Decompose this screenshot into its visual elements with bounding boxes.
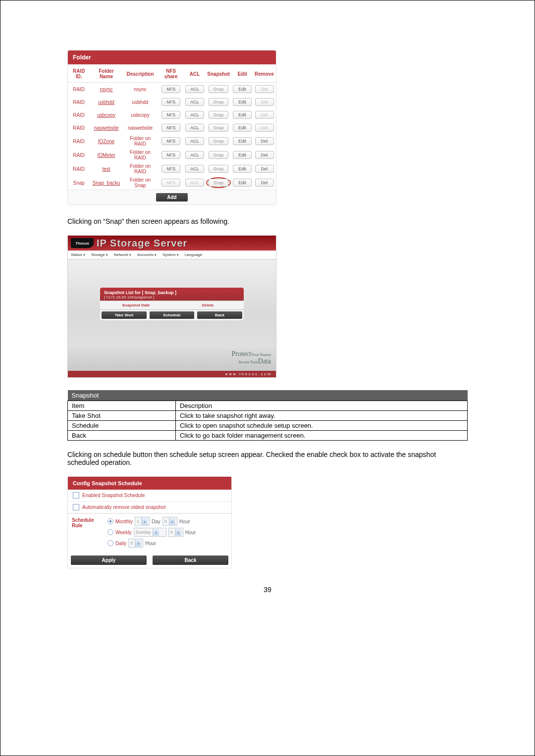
folder-name-link[interactable]: test <box>102 166 110 172</box>
folder-name-link[interactable]: naswebsite <box>94 125 119 131</box>
acl-button[interactable]: ACL <box>185 151 204 159</box>
del-button[interactable]: Del <box>255 179 274 187</box>
label-hour-weekly: Hour <box>185 530 196 535</box>
nfs-button[interactable]: NFS <box>161 124 180 132</box>
acl-button[interactable]: ACL <box>185 124 204 132</box>
col-snapshot-date: Snapshot Date <box>100 301 172 309</box>
menu-network[interactable]: Network <box>111 251 134 259</box>
paragraph-1: Clicking on “Snap” then screen appears a… <box>67 217 468 225</box>
snap-button[interactable]: Snap <box>209 137 228 145</box>
add-button[interactable]: Add <box>156 193 187 202</box>
menu-storage[interactable]: Storage <box>88 251 111 259</box>
acl-button[interactable]: ACL <box>185 165 204 173</box>
table-row: SnapSnap_backuFolder on SnapNFSACLSnapEd… <box>68 176 276 190</box>
acl-button[interactable]: ACL <box>185 98 204 106</box>
schedule-rule-label: Schedule Rule <box>68 514 107 553</box>
edit-button[interactable]: Edit <box>233 124 252 132</box>
auto-remove-checkbox[interactable] <box>73 504 79 510</box>
snapshot-desc-table: Snapshot Item Description Take ShotClick… <box>67 390 468 441</box>
page-number: 39 <box>67 586 468 594</box>
snap-button[interactable]: Snap <box>209 151 228 159</box>
take-shot-button[interactable]: Take Shot <box>102 311 147 319</box>
acl-button[interactable]: ACL <box>185 179 204 187</box>
folder-name-link[interactable]: nsync <box>100 87 112 92</box>
col-edit: Edit <box>232 64 253 83</box>
monthly-hour-select[interactable]: 0v <box>162 517 177 526</box>
acl-button[interactable]: ACL <box>185 137 204 145</box>
auto-remove-row[interactable]: Automatically remove oldest snapshot <box>68 502 231 513</box>
apply-button[interactable]: Apply <box>71 555 147 565</box>
ips-header: Thecus IP Storage Server <box>68 236 276 251</box>
folder-panel: Folder RAID ID. Folder Name Description … <box>67 50 276 205</box>
folder-name-link[interactable]: IOZone <box>98 139 114 144</box>
thecus-logo: Thecus <box>71 238 94 248</box>
folder-name-link[interactable]: usbcopy <box>97 112 115 118</box>
folder-panel-title: Folder <box>68 50 276 64</box>
desc-text: Click to take snapshot right away. <box>175 411 467 421</box>
sched-title: Config Snapshot Schedule <box>68 477 231 490</box>
menu-system[interactable]: System <box>160 251 182 259</box>
snap-button[interactable]: Snap <box>209 85 228 93</box>
del-button[interactable]: Del <box>255 151 274 159</box>
col-name: Folder Name <box>90 64 122 83</box>
rule-daily[interactable]: Daily 0v Hour <box>107 538 228 549</box>
back-button[interactable]: Back <box>197 311 242 319</box>
snap-button[interactable]: Snap <box>209 124 228 132</box>
weekly-day-select[interactable]: Sundayv <box>134 528 166 537</box>
enable-schedule-row[interactable]: Enabled Snapshot Schedule <box>68 490 231 502</box>
del-button[interactable]: Del <box>255 124 274 132</box>
radio-weekly[interactable] <box>107 529 113 535</box>
desc-item: Back <box>68 431 176 441</box>
acl-button[interactable]: ACL <box>185 111 204 119</box>
nfs-button[interactable]: NFS <box>161 85 180 93</box>
edit-button[interactable]: Edit <box>233 165 252 173</box>
folder-desc: Folder on RAID <box>123 148 158 162</box>
menu-status[interactable]: Status <box>68 251 88 259</box>
table-row: RAIDIOMeterFolder on RAIDNFSACLSnapEditD… <box>68 148 276 162</box>
nfs-button[interactable]: NFS <box>161 98 180 106</box>
col-snap: Snapshot <box>205 64 232 83</box>
folder-name-link[interactable]: usbhdd <box>98 100 114 105</box>
del-button[interactable]: Del <box>255 98 274 106</box>
folder-desc: nsync <box>123 83 158 96</box>
folder-name-link[interactable]: Snap_backu <box>93 180 120 186</box>
edit-button[interactable]: Edit <box>233 111 252 119</box>
enable-schedule-checkbox[interactable] <box>73 492 79 499</box>
del-button[interactable]: Del <box>255 165 274 173</box>
snap-button[interactable]: Snap <box>209 179 228 187</box>
folder-name-link[interactable]: IOMeter <box>97 152 115 158</box>
raid-id: RAID <box>68 96 90 108</box>
nfs-button[interactable]: NFS <box>161 137 180 145</box>
nfs-button[interactable]: NFS <box>161 179 180 187</box>
menu-accounts[interactable]: Accounts <box>134 251 160 259</box>
edit-button[interactable]: Edit <box>233 151 252 159</box>
edit-button[interactable]: Edit <box>233 85 252 93</box>
raid-id: RAID <box>68 108 90 121</box>
snap-button[interactable]: Snap <box>209 98 228 106</box>
schedule-button[interactable]: Schedule <box>150 311 195 319</box>
sched-back-button[interactable]: Back <box>153 555 228 565</box>
monthly-day-select[interactable]: 1v <box>135 517 150 526</box>
edit-button[interactable]: Edit <box>233 98 252 106</box>
nfs-button[interactable]: NFS <box>161 165 180 173</box>
nfs-button[interactable]: NFS <box>161 111 180 119</box>
table-row: RAIDusbcopyusbcopyNFSACLSnapEditDel <box>68 108 276 121</box>
nfs-button[interactable]: NFS <box>161 151 180 159</box>
radio-monthly[interactable] <box>107 518 113 524</box>
del-button[interactable]: Del <box>255 85 274 93</box>
menu-language[interactable]: Language <box>182 251 206 259</box>
acl-button[interactable]: ACL <box>185 85 204 93</box>
del-button[interactable]: Del <box>255 137 274 145</box>
snap-button[interactable]: Snap <box>209 111 228 119</box>
weekly-hour-select[interactable]: 0v <box>168 528 183 537</box>
col-snapshot-delete: Delete <box>172 301 244 309</box>
config-snapshot-schedule-panel: Config Snapshot Schedule Enabled Snapsho… <box>67 476 232 568</box>
snap-button[interactable]: Snap <box>209 165 228 173</box>
rule-weekly[interactable]: Weekly Sundayv 0v Hour <box>107 527 228 538</box>
radio-daily[interactable] <box>107 540 113 546</box>
rule-monthly[interactable]: Monthly 1v Day 0v Hour <box>107 516 228 527</box>
edit-button[interactable]: Edit <box>233 179 252 187</box>
edit-button[interactable]: Edit <box>233 137 252 145</box>
daily-hour-select[interactable]: 0v <box>128 539 143 548</box>
del-button[interactable]: Del <box>255 111 274 119</box>
